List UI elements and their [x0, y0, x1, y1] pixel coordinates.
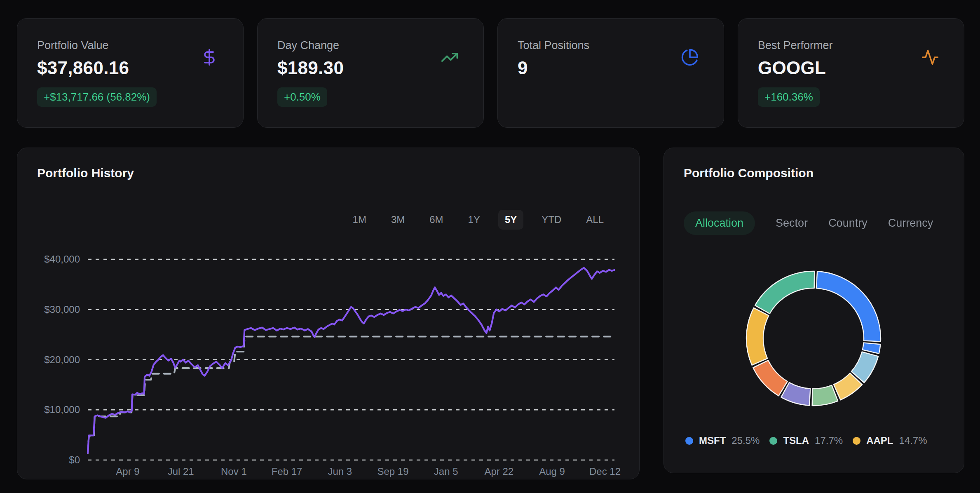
range-button-ytd[interactable]: YTD: [535, 210, 568, 230]
legend-dot: [769, 437, 777, 445]
range-button-all[interactable]: ALL: [579, 210, 610, 230]
portfolio-history-chart[interactable]: $0$10,000$20,000$30,000$40,000Apr 9Jul 2…: [17, 247, 640, 480]
stat-value: $37,860.16: [37, 58, 223, 78]
tab-currency[interactable]: Currency: [888, 217, 933, 230]
range-button-1y[interactable]: 1Y: [462, 210, 487, 230]
stat-label: Best Performer: [758, 39, 944, 52]
tab-country[interactable]: Country: [828, 217, 867, 230]
change-badge: +0.50%: [277, 87, 327, 107]
legend-ticker: MSFT: [699, 435, 726, 446]
donut-legend: MSFT25.5%TSLA17.7%AAPL14.7%: [685, 435, 927, 446]
range-button-6m[interactable]: 6M: [423, 210, 450, 230]
portfolio-value-line: [88, 268, 614, 453]
legend-pct: 25.5%: [731, 435, 760, 446]
x-tick-label: Aug 9: [539, 466, 565, 477]
range-button-3m[interactable]: 3M: [384, 210, 411, 230]
x-tick-label: Sep 19: [377, 466, 408, 477]
dashed-baseline-line: [88, 337, 614, 453]
pie-chart-icon: [681, 48, 699, 66]
composition-tabs: AllocationSectorCountryCurrency: [684, 211, 964, 235]
y-tick-label: $40,000: [44, 254, 80, 265]
y-tick-label: $20,000: [44, 354, 80, 365]
x-tick-label: Apr 9: [116, 466, 139, 477]
stat-card-best-performer: Best Performer GOOGL +160.36%: [738, 18, 964, 128]
panel-title-history: Portfolio History: [37, 166, 134, 180]
x-tick-label: Jan 5: [434, 466, 458, 477]
x-tick-label: Jun 3: [328, 466, 352, 477]
x-tick-label: Dec 12: [589, 466, 621, 477]
stat-value: 9: [518, 58, 704, 78]
range-button-1m[interactable]: 1M: [346, 210, 373, 230]
portfolio-composition-donut[interactable]: [664, 259, 964, 420]
x-tick-label: Feb 17: [272, 466, 302, 477]
time-range-selector: 1M3M6M1Y5YYTDALL: [346, 210, 610, 230]
stat-label: Day Change: [277, 39, 464, 52]
donut-segment[interactable]: [812, 385, 838, 406]
stat-card-portfolio-value: Portfolio Value $37,860.16 +$13,717.66 (…: [17, 18, 244, 128]
legend-ticker: TSLA: [783, 435, 809, 446]
trending-up-icon: [441, 48, 459, 66]
legend-dot: [685, 437, 693, 445]
legend-pct: 14.7%: [899, 435, 927, 446]
x-tick-label: Apr 22: [485, 466, 514, 477]
donut-segment[interactable]: [863, 343, 881, 354]
y-tick-label: $0: [69, 454, 80, 465]
x-tick-label: Nov 1: [221, 466, 247, 477]
change-badge: +$13,717.66 (56.82%): [37, 87, 157, 107]
activity-icon: [921, 48, 939, 66]
portfolio-history-panel: Portfolio History 1M3M6M1Y5YYTDALL $0$10…: [17, 148, 640, 479]
stat-label: Portfolio Value: [37, 39, 223, 52]
stats-row: Portfolio Value $37,860.16 +$13,717.66 (…: [17, 18, 964, 127]
panel-title-composition: Portfolio Composition: [684, 166, 814, 180]
donut-segment[interactable]: [753, 360, 787, 396]
x-tick-label: Jul 21: [168, 466, 194, 477]
y-tick-label: $30,000: [44, 304, 80, 315]
portfolio-composition-panel: Portfolio Composition AllocationSectorCo…: [663, 148, 964, 473]
legend-item-msft: MSFT25.5%: [685, 435, 760, 446]
tab-sector[interactable]: Sector: [776, 217, 808, 230]
legend-dot: [853, 437, 860, 445]
stat-value: GOOGL: [758, 58, 944, 78]
change-badge: +160.36%: [758, 87, 820, 107]
legend-item-tsla: TSLA17.7%: [769, 435, 843, 446]
stat-value: $189.30: [277, 58, 464, 78]
legend-item-aapl: AAPL14.7%: [853, 435, 927, 446]
tab-allocation[interactable]: Allocation: [684, 211, 755, 235]
legend-pct: 17.7%: [815, 435, 843, 446]
stat-label: Total Positions: [518, 39, 704, 52]
legend-ticker: AAPL: [866, 435, 893, 446]
stat-card-total-positions: Total Positions 9: [497, 18, 724, 128]
donut-segment-tsla[interactable]: [755, 271, 814, 314]
range-button-5y[interactable]: 5Y: [498, 210, 523, 230]
donut-segment[interactable]: [781, 383, 810, 406]
donut-segment-aapl[interactable]: [746, 308, 769, 365]
y-tick-label: $10,000: [44, 404, 80, 415]
stat-card-day-change: Day Change $189.30 +0.50%: [257, 18, 484, 128]
donut-segment-msft[interactable]: [816, 271, 881, 341]
dollar-icon: [200, 48, 218, 66]
